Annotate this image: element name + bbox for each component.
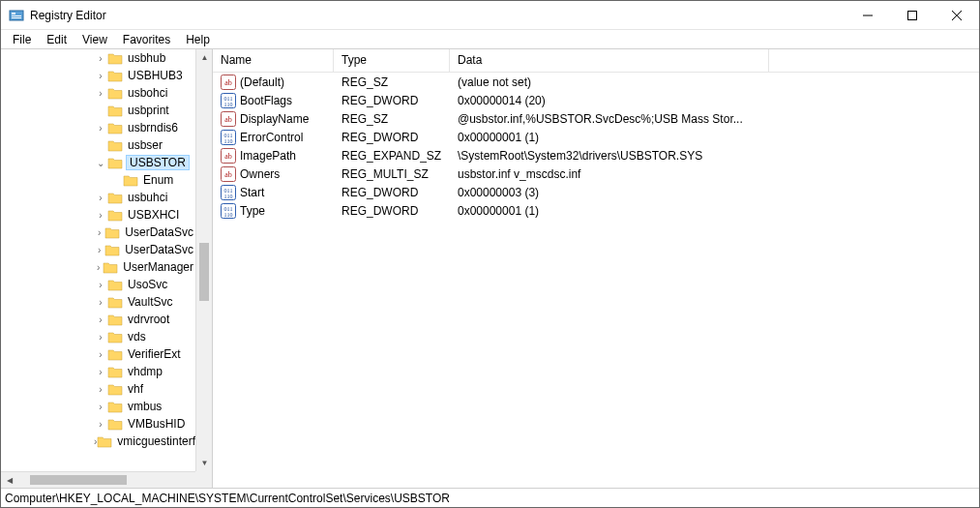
expander-closed-icon[interactable]: › bbox=[94, 349, 107, 360]
value-data: @usbstor.inf,%USBSTOR.SvcDesc%;USB Mass … bbox=[450, 112, 769, 126]
tree-scroll[interactable]: ›usbhub›USBHUB3›usbohciusbprint›usbrndis… bbox=[1, 49, 195, 471]
tree-item-label: Enum bbox=[141, 173, 175, 187]
tree-item-label: vdrvroot bbox=[126, 313, 171, 326]
binary-value-icon bbox=[221, 93, 236, 108]
binary-value-icon bbox=[221, 185, 236, 200]
list-row[interactable]: OwnersREG_MULTI_SZusbstor.inf v_mscdsc.i… bbox=[213, 164, 979, 183]
value-name: ImagePath bbox=[240, 149, 334, 163]
list-pane: Name Type Data (Default)REG_SZ(value not… bbox=[213, 49, 979, 488]
column-header-data[interactable]: Data bbox=[450, 49, 769, 72]
list-row[interactable]: DisplayNameREG_SZ@usbstor.inf,%USBSTOR.S… bbox=[213, 109, 979, 128]
list-row[interactable]: ImagePathREG_EXPAND_SZ\SystemRoot\System… bbox=[213, 146, 979, 164]
menu-view[interactable]: View bbox=[74, 31, 115, 48]
menu-help[interactable]: Help bbox=[178, 31, 218, 48]
value-type: REG_DWORD bbox=[334, 94, 450, 107]
close-button[interactable] bbox=[935, 1, 979, 30]
tree-item[interactable]: ›UserDataSvc bbox=[1, 241, 195, 258]
value-name: BootFlags bbox=[240, 94, 334, 107]
list-row[interactable]: BootFlagsREG_DWORD0x00000014 (20) bbox=[213, 91, 979, 109]
scrollbar-thumb[interactable] bbox=[199, 243, 209, 301]
tree-item[interactable]: ›vdrvroot bbox=[1, 311, 195, 328]
expander-closed-icon[interactable]: › bbox=[94, 280, 107, 290]
value-data: (value not set) bbox=[450, 75, 769, 89]
expander-closed-icon[interactable]: › bbox=[94, 193, 107, 203]
menu-edit[interactable]: Edit bbox=[39, 31, 74, 48]
folder-icon bbox=[107, 330, 123, 344]
tree-item[interactable]: ›USBHUB3 bbox=[1, 67, 195, 84]
column-header-type[interactable]: Type bbox=[334, 49, 450, 72]
expander-closed-icon[interactable]: › bbox=[94, 297, 107, 308]
menu-favorites[interactable]: Favorites bbox=[115, 31, 178, 48]
expander-closed-icon[interactable]: › bbox=[94, 88, 107, 99]
value-name: Type bbox=[240, 204, 334, 218]
tree-item[interactable]: usbser bbox=[1, 136, 195, 154]
expander-closed-icon[interactable]: › bbox=[94, 71, 107, 81]
expander-closed-icon[interactable]: › bbox=[94, 367, 107, 377]
expander-closed-icon[interactable]: › bbox=[94, 332, 107, 343]
maximize-button[interactable] bbox=[890, 1, 935, 30]
expander-closed-icon[interactable]: › bbox=[94, 245, 104, 255]
value-name: DisplayName bbox=[240, 112, 334, 126]
expander-closed-icon[interactable]: › bbox=[94, 419, 107, 430]
tree-item[interactable]: ›usbohci bbox=[1, 84, 195, 102]
tree-item[interactable]: ›VaultSvc bbox=[1, 293, 195, 311]
minimize-button[interactable] bbox=[846, 1, 890, 30]
tree-item-label: VerifierExt bbox=[126, 347, 183, 361]
list-row[interactable]: ErrorControlREG_DWORD0x00000001 (1) bbox=[213, 128, 979, 146]
tree-item[interactable]: ›usbrndis6 bbox=[1, 119, 195, 136]
tree-item[interactable]: ›VerifierExt bbox=[1, 345, 195, 363]
value-type: REG_EXPAND_SZ bbox=[334, 149, 450, 163]
folder-icon bbox=[107, 347, 123, 361]
window-controls bbox=[846, 1, 979, 30]
tree-item[interactable]: ›vds bbox=[1, 328, 195, 345]
tree-item-label: UserManager bbox=[121, 260, 195, 274]
folder-icon bbox=[103, 260, 118, 274]
tree-item[interactable]: ›usbuhci bbox=[1, 189, 195, 206]
expander-closed-icon[interactable]: › bbox=[94, 227, 104, 238]
value-type: REG_DWORD bbox=[334, 186, 450, 199]
tree-pane: ›usbhub›USBHUB3›usbohciusbprint›usbrndis… bbox=[1, 49, 213, 488]
scrollbar-thumb[interactable] bbox=[30, 475, 127, 485]
tree-item-label: VaultSvc bbox=[126, 295, 174, 309]
tree-item[interactable]: ›usbhub bbox=[1, 49, 195, 67]
tree-item[interactable]: ›UserDataSvc bbox=[1, 224, 195, 241]
svg-rect-3 bbox=[12, 17, 21, 18]
expander-open-icon[interactable]: ⌄ bbox=[94, 158, 107, 168]
tree-item[interactable]: usbprint bbox=[1, 102, 195, 119]
tree-item[interactable]: ⌄USBSTOR bbox=[1, 154, 195, 171]
tree-item-label: usbhub bbox=[126, 51, 167, 65]
expander-closed-icon[interactable]: › bbox=[94, 123, 107, 134]
value-data: 0x00000001 (1) bbox=[450, 204, 769, 218]
list-row[interactable]: TypeREG_DWORD0x00000001 (1) bbox=[213, 201, 979, 220]
folder-icon bbox=[107, 295, 123, 309]
folder-icon bbox=[97, 434, 112, 448]
tree-vertical-scrollbar[interactable]: ▲ ▼ bbox=[195, 49, 212, 471]
list-row[interactable]: (Default)REG_SZ(value not set) bbox=[213, 73, 979, 91]
string-value-icon bbox=[221, 111, 236, 127]
expander-closed-icon[interactable]: › bbox=[94, 384, 107, 395]
expander-closed-icon[interactable]: › bbox=[94, 402, 107, 412]
folder-icon bbox=[107, 278, 123, 291]
tree-item[interactable]: ›vhdmp bbox=[1, 363, 195, 380]
expander-closed-icon[interactable]: › bbox=[94, 53, 107, 64]
tree-item[interactable]: ›vhf bbox=[1, 380, 195, 398]
folder-icon bbox=[123, 173, 138, 187]
tree-item[interactable]: ›vmicguestinterface bbox=[1, 433, 195, 450]
list-row[interactable]: StartREG_DWORD0x00000003 (3) bbox=[213, 183, 979, 201]
tree-item[interactable]: ›vmbus bbox=[1, 398, 195, 415]
tree-item[interactable]: ›VMBusHID bbox=[1, 415, 195, 433]
expander-closed-icon[interactable]: › bbox=[94, 210, 107, 221]
tree-item[interactable]: ›USBXHCI bbox=[1, 206, 195, 224]
expander-closed-icon[interactable]: › bbox=[94, 314, 107, 325]
value-name: ErrorControl bbox=[240, 131, 334, 144]
menu-file[interactable]: File bbox=[5, 31, 39, 48]
tree-item[interactable]: ›UsoSvc bbox=[1, 276, 195, 293]
status-path: Computer\HKEY_LOCAL_MACHINE\SYSTEM\Curre… bbox=[5, 492, 450, 505]
tree-item[interactable]: Enum bbox=[1, 171, 195, 189]
column-header-name[interactable]: Name bbox=[213, 49, 334, 72]
tree-item[interactable]: ›UserManager bbox=[1, 258, 195, 276]
folder-icon bbox=[107, 208, 123, 222]
value-type: REG_SZ bbox=[334, 75, 450, 89]
tree-horizontal-scrollbar[interactable]: ◀ ▶ bbox=[1, 471, 212, 488]
expander-closed-icon[interactable]: › bbox=[94, 262, 103, 273]
